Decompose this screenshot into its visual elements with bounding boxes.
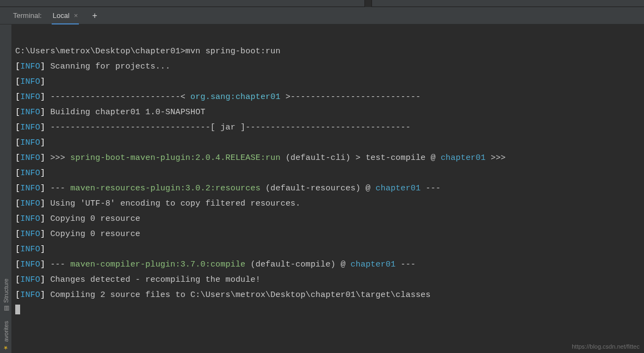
log-level: INFO [20,77,40,86]
log-level: INFO [20,260,40,269]
log-text: --------------------------------[ [50,123,220,132]
module-id: chapter01 [376,184,421,193]
log-text: (default-compile) @ [251,260,351,269]
log-text: --- [420,184,441,193]
plugin-id: maven-resources-plugin:3.0.2:resources [70,184,261,193]
tool-structure-label: Structure [3,278,9,303]
log-text: --- [395,260,416,269]
star-icon [3,344,9,351]
command: mvn spring-boot:run [185,47,281,56]
plugin-id: maven-compiler-plugin:3.7.0:compile [70,260,245,269]
log-text: >>> [486,153,506,163]
log-text: --------------------------< [50,92,190,102]
editor-top-strip [0,0,644,7]
structure-icon [3,305,9,311]
terminal-cursor [15,305,20,314]
new-terminal-button[interactable]: + [92,11,97,20]
log-text: Building chapter01 1.0-SNAPSHOT [50,108,205,117]
log-level: INFO [20,62,40,71]
log-level: INFO [20,214,40,224]
module-id: chapter01 [351,260,396,269]
log-text: >-------------------------- [281,92,421,102]
log-text: Copying 0 resource [50,230,140,239]
log-text: jar [220,123,236,132]
prompt: C:\Users\metrox\Desktop\chapter01> [15,47,185,56]
log-level: INFO [20,169,40,178]
terminal-tab-bar: Terminal: Local × + [0,7,644,24]
left-gutter-toolbar: avorites Structure [0,24,12,353]
editor-split-gap [364,0,372,7]
module-id: chapter01 [441,153,486,163]
log-level: INFO [20,245,40,254]
terminal-panel-title: Terminal: [13,11,42,20]
log-level: INFO [20,275,40,284]
terminal-tab-local[interactable]: Local × [52,7,79,24]
terminal-tab-label: Local [53,11,70,20]
log-level: INFO [20,184,40,193]
log-level: INFO [20,153,40,163]
log-level: INFO [20,290,40,300]
artifact-id: org.sang:chapter01 [190,92,281,102]
log-level: INFO [20,230,40,239]
tool-favorites[interactable]: avorites [3,321,9,351]
tool-favorites-label: avorites [3,321,9,342]
log-text: Changes detected - recompiling the modul… [50,275,260,284]
log-level: INFO [20,108,40,117]
log-text: ]--------------------------------- [236,123,411,132]
log-text: Scanning for projects... [50,62,170,71]
log-level: INFO [20,92,40,102]
log-level: INFO [20,199,40,208]
watermark-text: https://blog.csdn.net/fittec [572,343,640,350]
log-level: INFO [20,123,40,132]
log-text: (default-resources) @ [265,184,375,193]
tool-structure[interactable]: Structure [3,278,9,312]
log-text: Copying 0 resource [50,214,140,224]
close-icon[interactable]: × [74,12,78,19]
terminal-output[interactable]: C:\Users\metrox\Desktop\chapter01>mvn sp… [12,24,644,353]
log-text: Compiling 2 source files to C:\Users\met… [50,290,430,300]
log-level: INFO [20,138,40,147]
plugin-id: spring-boot-maven-plugin:2.0.4.RELEASE:r… [70,153,280,163]
log-text: (default-cli) > test-compile @ [286,153,441,163]
log-text: Using 'UTF-8' encoding to copy filtered … [50,199,300,208]
